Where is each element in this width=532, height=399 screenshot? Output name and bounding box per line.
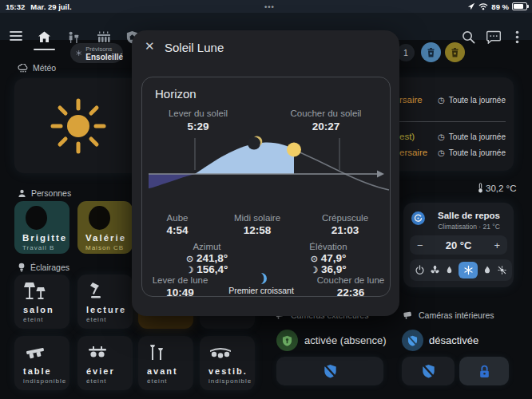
weather-section-icon — [18, 64, 28, 73]
counter-chip[interactable]: 1 — [397, 44, 415, 61]
disarm-exterior-button[interactable] — [276, 357, 383, 385]
tile-status: éteint — [86, 377, 133, 385]
date: Mar. 29 juil. — [30, 2, 71, 11]
tile-status: éteint — [147, 377, 193, 385]
mode-heat-button[interactable] — [482, 265, 492, 275]
sun-glyph: ⊙ — [311, 254, 318, 263]
hvac-modes — [410, 259, 512, 281]
tab-occupancy[interactable] — [66, 30, 80, 44]
shield-off-icon — [422, 364, 435, 378]
horizon-card: Horizon Lever du soleil 5:29 Coucher du … — [141, 77, 391, 297]
ceiling-light-icon — [23, 342, 69, 364]
climate-subtitle: Climatisation · 21 °C — [427, 223, 510, 231]
trash-blue-chip[interactable] — [421, 42, 441, 62]
mode-dry-button[interactable] — [445, 265, 454, 275]
person-card-brigitte[interactable]: Brigitte Travail B — [14, 201, 69, 254]
divider — [398, 121, 506, 122]
moon-phase-icon — [256, 272, 268, 285]
tile-name: vestib. — [208, 366, 255, 376]
lamps-icon — [23, 280, 69, 302]
tile-name: lecture — [86, 305, 133, 314]
chip-value: Ensoleillé — [85, 53, 123, 61]
temp-stepper: − 20 °C + — [410, 235, 507, 255]
azimuth-label: Azimut — [159, 242, 255, 251]
bollard-lights-icon — [147, 342, 193, 364]
elevation-moon-value: 36,9° — [321, 263, 347, 275]
section-personnes: Personnes — [18, 188, 71, 198]
clock-icon: ◷ — [438, 132, 445, 141]
tile-name: avant — [147, 366, 193, 376]
shield-off-icon — [324, 364, 337, 378]
tile-status: indisponible — [208, 377, 255, 385]
trash-bin-icon — [427, 47, 435, 57]
light-tile-table[interactable]: table indisponible — [14, 336, 69, 390]
spotlights-icon — [86, 342, 133, 364]
light-tile-salon[interactable]: salon éteint — [14, 275, 69, 329]
sun-marker — [287, 143, 301, 157]
tile-status: indisponible — [23, 377, 69, 385]
tile-name: table — [23, 366, 69, 376]
location-arrow-icon — [467, 2, 475, 10]
mode-cool-button-selected[interactable] — [459, 262, 478, 279]
person-status: Travail B — [22, 244, 69, 251]
mode-fan-button[interactable] — [430, 265, 440, 275]
calendar-row: rsaire ◷Toute la journée — [399, 93, 506, 106]
sun-glyph: ⊙ — [186, 254, 193, 263]
moon-glyph: ☽ — [310, 265, 318, 275]
disarm-interior-button[interactable] — [402, 357, 455, 385]
solar-noon-time: 12:58 — [217, 224, 297, 236]
climate-name: Salle de repos — [427, 211, 510, 220]
climate-card[interactable]: Salle de repos Climatisation · 21 °C − 2… — [403, 203, 514, 287]
mode-auto-button[interactable] — [497, 265, 507, 275]
battery-percent: 89 % — [491, 2, 509, 11]
weather-card[interactable] — [14, 78, 150, 173]
overflow-dots: ••• — [72, 2, 468, 11]
wifi-icon — [478, 2, 488, 10]
search-button[interactable] — [462, 30, 475, 44]
person-card-valerie[interactable]: Valérie Maison CB — [77, 201, 133, 254]
lock-icon — [478, 365, 490, 378]
person-section-icon — [18, 189, 26, 198]
tab-home[interactable] — [38, 30, 51, 44]
alarm-int-state: désactivée — [429, 334, 478, 346]
lock-button[interactable] — [459, 357, 509, 385]
light-tile-evier[interactable]: évier éteint — [77, 336, 133, 390]
light-tile-lecture[interactable]: lecture éteint — [77, 275, 133, 329]
more-menu-button[interactable] — [515, 30, 519, 44]
calendar-row: est) ◷Toute la journée — [399, 130, 506, 143]
sun-moon-dialog: ✕ Soleil Lune Horizon Lever du soleil 5:… — [132, 30, 399, 316]
temp-minus-button[interactable]: − — [417, 239, 423, 251]
close-icon[interactable]: ✕ — [145, 39, 155, 53]
battery-icon — [512, 2, 527, 10]
section-cameras-interieures: Caméras intérieures — [403, 310, 494, 320]
target-temp: 20 °C — [446, 239, 472, 251]
azimuth-sun-value: 241,8° — [197, 252, 228, 264]
elevation-label: Élévation — [280, 242, 376, 251]
section-eclairages: Éclairages — [18, 263, 69, 272]
assist-chat-button[interactable] — [486, 30, 501, 44]
multi-spot-icon — [208, 342, 255, 364]
trash-bin-icon — [451, 47, 459, 57]
avatar — [26, 206, 47, 230]
tile-name: évier — [86, 366, 133, 376]
weather-forecast-chip[interactable]: Prévisons Ensoleillé — [70, 43, 123, 63]
thermometer-icon — [478, 183, 483, 193]
temp-plus-button[interactable]: + — [494, 239, 500, 251]
light-tile-vestib[interactable]: vestib. indisponible — [200, 336, 255, 390]
azimuth-moon-value: 156,4° — [197, 263, 228, 275]
status-bar: 15:32 Mar. 29 juil. ••• 89 % — [0, 0, 532, 13]
home-assistant-dashboard: 15:32 Mar. 29 juil. ••• 89 % — [0, 0, 532, 399]
alarm-disarmed-icon — [402, 330, 423, 351]
dialog-title: Soleil Lune — [165, 41, 224, 54]
desk-lamp-icon — [86, 280, 133, 302]
menu-button[interactable] — [10, 30, 22, 41]
moonrise-label: Lever de lune — [142, 275, 218, 285]
elevation-sun-value: 47,9° — [321, 252, 347, 264]
dawn-time: 4:54 — [145, 224, 209, 236]
clock-icon: ◷ — [438, 96, 445, 105]
light-tile-avant[interactable]: avant éteint — [138, 336, 193, 390]
tab-radiator[interactable] — [97, 30, 111, 43]
trash-yellow-chip[interactable] — [445, 42, 465, 62]
moonrise-time: 10:49 — [142, 286, 218, 298]
mode-off-button[interactable] — [415, 265, 425, 275]
